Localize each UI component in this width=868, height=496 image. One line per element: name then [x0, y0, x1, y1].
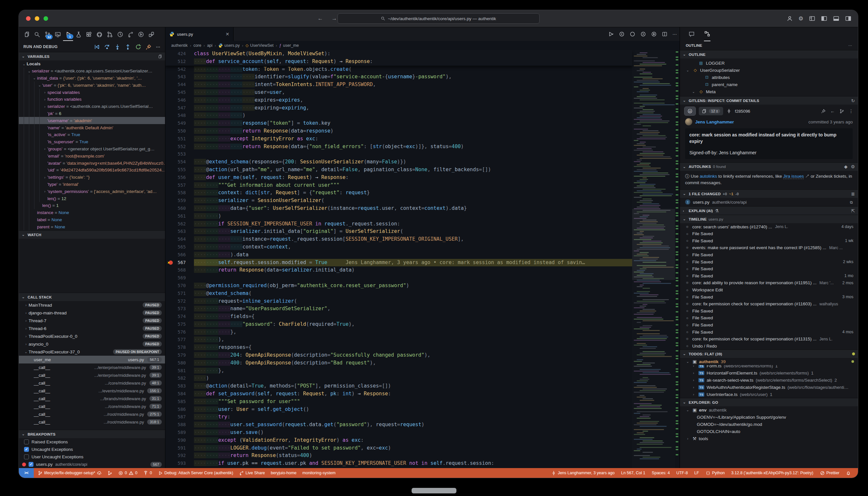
status-item-monitoring-system[interactable]: monitoring-system	[300, 471, 338, 475]
todo-file-row[interactable]: ›TSak-search-select-view.ts(web/src/elem…	[680, 376, 858, 384]
step-back-icon[interactable]	[619, 31, 625, 37]
files-changed-section-header[interactable]: ⌄ 1 FILE CHANGED +0 ~1 -0 ≣	[680, 189, 858, 198]
account-icon[interactable]	[787, 15, 793, 22]
code-line[interactable]: 576············},	[165, 328, 632, 336]
toggle-primary-sidebar-icon[interactable]	[821, 15, 827, 22]
call-stack-thread[interactable]: ⌄ThreadPoolExecutor-37_0PAUSED ON BREAKP…	[19, 348, 165, 356]
code-line[interactable]: 591············LOGGER.debug(event="Faile…	[165, 444, 632, 452]
code-line[interactable]: 589············user.save()	[165, 429, 632, 437]
close-window-button[interactable]	[26, 16, 31, 21]
call-stack-thread[interactable]: ›asyncio_0PAUSED	[19, 340, 165, 348]
code-line[interactable]: 543····················identifier=slugif…	[165, 73, 632, 81]
code-line[interactable]: 548················)	[165, 112, 632, 120]
timeline-item[interactable]: ○File Saved1 wk	[680, 237, 858, 245]
copy-icon[interactable]	[157, 54, 162, 59]
code-line[interactable]: 577········),	[165, 336, 632, 344]
status-item-python-interpreter[interactable]: 3.12.8 ('authentik-xEAhpGPh-py3.12': Poe…	[729, 471, 816, 475]
explorer-go-section-header[interactable]: ⌄ EXPLORER: GO	[680, 398, 858, 406]
code-line[interactable]: 547····················expiring=expiring…	[165, 104, 632, 112]
jira-issues-link[interactable]: Jira issues	[783, 174, 804, 179]
tab-users-py[interactable]: users.py ✕	[165, 27, 234, 41]
timeline-item[interactable]: ○File Saved	[680, 314, 858, 322]
call-stack-frame[interactable]: __call__.../root/middleware.py275:1	[19, 410, 165, 418]
minimap[interactable]	[632, 50, 675, 468]
activity-item-pull-requests[interactable]	[105, 28, 115, 41]
debug-restart-icon[interactable]	[135, 44, 141, 50]
variable-row[interactable]: 'is_superuser'=True	[19, 138, 165, 145]
call-stack-thread[interactable]: ›MainThreadPAUSED	[19, 301, 165, 309]
code-line[interactable]: 593········if user.pk == request.user.pk…	[165, 460, 632, 467]
call-stack-section-header[interactable]: ⌄ CALL STACK	[19, 293, 165, 301]
breakpoint-row[interactable]: Raised Exceptions	[19, 438, 165, 446]
variable-row[interactable]: len()=12	[19, 195, 165, 202]
breakpoint-checkbox[interactable]	[24, 439, 29, 444]
code-line[interactable]: 554····@extend_schema(responses={200: Se…	[165, 158, 632, 166]
code-line[interactable]: 552················return Response(data=…	[165, 143, 632, 151]
call-stack-frame[interactable]: __call__.../events/middleware.py156:1	[19, 387, 165, 395]
variable-row[interactable]: 'name'='authentik Default Admin'	[19, 124, 165, 131]
autolinks-link[interactable]: autolinks	[700, 174, 717, 179]
call-stack-frame[interactable]: __call__.../enterprise/middleware.py39:1	[19, 371, 165, 379]
code-line[interactable]: 583····@action(detail=True, methods=["PO…	[165, 382, 632, 390]
activity-item-references[interactable]	[146, 28, 156, 41]
code-line[interactable]: 550················return Response(data=…	[165, 127, 632, 135]
status-item-prettier[interactable]: Prettier	[817, 471, 842, 476]
variable-row[interactable]: ⌄Locals	[19, 60, 165, 67]
call-stack-frame[interactable]: __call__.../brands/middleware.py31:1	[19, 395, 165, 402]
outline-item-Meta[interactable]: ⌄◇Meta	[680, 88, 858, 95]
variables-section-header[interactable]: ⌄ VARIABLES	[19, 52, 165, 60]
breakpoint-checkbox[interactable]: ✓	[29, 462, 33, 467]
timeline-item[interactable]: ⌾core: search users' attributes (#12740)…	[680, 223, 858, 230]
debug-continue-icon[interactable]	[94, 44, 100, 50]
remote-indicator[interactable]: ><	[19, 468, 34, 478]
refresh-icon[interactable]: ↻	[851, 98, 855, 103]
code-line[interactable]: 578········responses={	[165, 344, 632, 352]
gitlens-overview-toggle[interactable]: @	[684, 107, 696, 115]
outline-item-UserGroupSerializer[interactable]: ⌄◇UserGroupSerializer	[680, 66, 858, 74]
status-item-debug-target[interactable]: Debug: Attach Server Core (authentik)	[155, 471, 236, 476]
code-line[interactable]: 571····@extend_schema(	[165, 290, 632, 297]
step-forward-icon[interactable]	[640, 31, 646, 37]
go-env-var[interactable]: GOENV=~/Library/Application Support/go/e…	[680, 414, 858, 421]
kebab-menu-icon[interactable]: ⋮	[849, 109, 853, 113]
code-line[interactable]: 555····@action(url_path="me", url_name="…	[165, 166, 632, 174]
code-line[interactable]: 582····)	[165, 374, 632, 382]
status-item-notifications[interactable]	[843, 471, 853, 476]
activity-item-live-share[interactable]	[125, 28, 136, 41]
status-item-live-share[interactable]: Live Share	[236, 471, 268, 476]
run-python-file-icon[interactable]	[608, 31, 614, 37]
activity-item-runner[interactable]	[136, 28, 146, 41]
variable-row[interactable]: ⌄'user'={'pk': 6, 'username': 'akadmin',…	[19, 81, 165, 89]
code-line[interactable]: 549················response["token"] = t…	[165, 120, 632, 127]
timeline-item[interactable]: ○File Saved	[680, 265, 858, 273]
code-line[interactable]: 585········"""Set password for user"""	[165, 398, 632, 406]
code-line[interactable]: 564················instance=request._req…	[165, 235, 632, 243]
close-tab-icon[interactable]: ✕	[226, 31, 229, 37]
breakpoint-row[interactable]: ✓users.pyauthentik/core/api567	[19, 461, 165, 468]
variable-row[interactable]: 'avatar'='data:image/svg+xml;base64,PHN2…	[19, 159, 165, 167]
todo-file-row[interactable]: ›TSWebAuthnAuthenticatorRegisterStage.ts…	[680, 384, 858, 391]
breakpoint-checkbox[interactable]: ✓	[24, 447, 29, 452]
timeline-item[interactable]: ○File Saved	[680, 308, 858, 315]
breadcrumb-item[interactable]: core	[193, 43, 201, 48]
reverse-continue-icon[interactable]	[630, 31, 635, 37]
history-back-button[interactable]: ←	[318, 15, 323, 22]
timeline-item[interactable]: ○File Saved	[680, 251, 858, 259]
variable-row[interactable]: ›'groups'=<generator object UserSelfSeri…	[19, 145, 165, 153]
timeline-item[interactable]: ⌾events: make sure password set event ha…	[680, 244, 858, 251]
call-stack-frame[interactable]: __call__.../core/middleware.py48:1	[19, 379, 165, 387]
variable-row[interactable]: ⌄serializer=<authentik.core.api.users.Se…	[19, 67, 165, 75]
minimize-window-button[interactable]	[35, 16, 39, 21]
code-line[interactable]: 569	[165, 274, 632, 282]
code-line[interactable]: 561········)	[165, 213, 632, 220]
status-item-indentation[interactable]: Spaces: 4	[649, 471, 672, 475]
commit-sha[interactable]: f285096	[735, 109, 750, 114]
code-editor[interactable]: 424class UserViewSet(UsedByMixin, ModelV…	[165, 50, 680, 468]
breakpoints-section-header[interactable]: ⌄ BREAKPOINTS	[19, 430, 165, 438]
breadcrumb-item[interactable]: authentik	[171, 43, 188, 48]
variable-row[interactable]: 'uid'='49d24724dfa590a20fb5961e9c6673cd1…	[19, 167, 165, 174]
settings-gear-icon[interactable]: ⚙	[799, 16, 803, 21]
open-file-icon[interactable]: ⧉	[850, 200, 853, 205]
status-item-problems[interactable]: 00	[115, 471, 140, 476]
code-line[interactable]: 546····················expires=expires,	[165, 96, 632, 104]
